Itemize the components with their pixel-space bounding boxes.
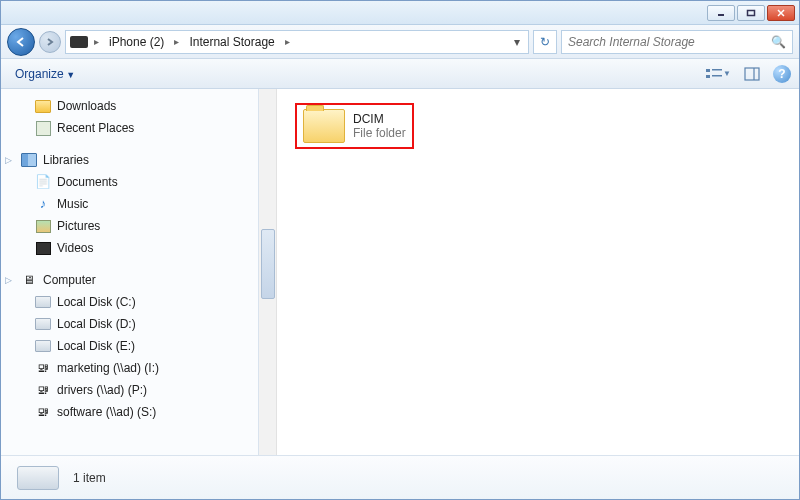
- sidebar-item-network-drive[interactable]: marketing (\\ad) (I:): [1, 357, 258, 379]
- drive-icon: [17, 466, 59, 490]
- folder-name: DCIM: [353, 112, 406, 126]
- sidebar-item-downloads[interactable]: Downloads: [1, 95, 258, 117]
- breadcrumb[interactable]: ▸ iPhone (2) ▸ Internal Storage ▸ ▾: [65, 30, 529, 54]
- refresh-button[interactable]: ↻: [533, 30, 557, 54]
- computer-icon: [21, 272, 37, 288]
- scrollbar-track[interactable]: [259, 89, 277, 455]
- maximize-button[interactable]: [737, 5, 765, 21]
- toolbar: Organize ▼ ?: [1, 59, 799, 89]
- close-icon: [776, 9, 786, 17]
- svg-rect-7: [712, 75, 722, 77]
- sidebar-item-label: marketing (\\ad) (I:): [57, 359, 159, 377]
- sidebar-item-recent-places[interactable]: Recent Places: [1, 117, 258, 139]
- libraries-icon: [21, 152, 37, 168]
- view-options-button[interactable]: ▼: [705, 64, 731, 84]
- svg-rect-6: [706, 75, 710, 78]
- organize-menu[interactable]: Organize: [9, 64, 81, 84]
- sidebar-group-libraries[interactable]: ▷ Libraries: [1, 149, 258, 171]
- sidebar-item-label: drivers (\\ad) (P:): [57, 381, 147, 399]
- device-icon: [70, 36, 88, 48]
- sidebar-group-label: Libraries: [43, 151, 89, 169]
- navbar: ▸ iPhone (2) ▸ Internal Storage ▸ ▾ ↻ 🔍: [1, 25, 799, 59]
- view-icon: [705, 67, 723, 81]
- back-arrow-icon: [14, 35, 28, 49]
- sidebar-item-local-disk-e[interactable]: Local Disk (E:): [1, 335, 258, 357]
- network-drive-icon: [35, 404, 51, 420]
- scrollbar-thumb[interactable]: [261, 229, 275, 299]
- back-button[interactable]: [7, 28, 35, 56]
- disk-icon: [35, 294, 51, 310]
- sidebar-item-documents[interactable]: Documents: [1, 171, 258, 193]
- forward-button[interactable]: [39, 31, 61, 53]
- videos-icon: [35, 240, 51, 256]
- sidebar-group-label: Computer: [43, 271, 96, 289]
- minimize-icon: [716, 9, 726, 17]
- maximize-icon: [746, 9, 756, 17]
- sidebar-item-local-disk-c[interactable]: Local Disk (C:): [1, 291, 258, 313]
- body: Downloads Recent Places ▷ Libraries Docu…: [1, 89, 799, 455]
- titlebar: [1, 1, 799, 25]
- network-drive-icon: [35, 382, 51, 398]
- breadcrumb-segment[interactable]: iPhone (2): [103, 35, 170, 49]
- sidebar-item-music[interactable]: Music: [1, 193, 258, 215]
- sidebar-item-network-drive[interactable]: software (\\ad) (S:): [1, 401, 258, 423]
- expand-icon[interactable]: ▷: [5, 271, 15, 289]
- recent-places-icon: [35, 120, 51, 136]
- explorer-window: ▸ iPhone (2) ▸ Internal Storage ▸ ▾ ↻ 🔍 …: [0, 0, 800, 500]
- sidebar-item-label: Videos: [57, 239, 93, 257]
- sidebar-item-label: software (\\ad) (S:): [57, 403, 156, 421]
- breadcrumb-dropdown[interactable]: ▾: [510, 35, 524, 49]
- sidebar-item-label: Local Disk (D:): [57, 315, 136, 333]
- pictures-icon: [35, 218, 51, 234]
- folder-icon: [303, 109, 345, 143]
- content-pane[interactable]: DCIM File folder: [259, 89, 799, 455]
- toolbar-right: ▼ ?: [705, 64, 791, 84]
- close-button[interactable]: [767, 5, 795, 21]
- folder-type: File folder: [353, 126, 406, 140]
- sidebar-item-label: Downloads: [57, 97, 116, 115]
- folder-item-dcim[interactable]: DCIM File folder: [295, 103, 414, 149]
- sidebar-item-label: Recent Places: [57, 119, 134, 137]
- chevron-right-icon: ▸: [174, 36, 179, 47]
- preview-pane-icon: [744, 67, 760, 81]
- chevron-right-icon: ▸: [285, 36, 290, 47]
- sidebar-item-label: Local Disk (C:): [57, 293, 136, 311]
- sidebar-item-network-drive[interactable]: drivers (\\ad) (P:): [1, 379, 258, 401]
- help-icon: ?: [778, 67, 785, 81]
- svg-rect-5: [712, 69, 722, 71]
- svg-rect-1: [748, 10, 755, 15]
- navigation-pane[interactable]: Downloads Recent Places ▷ Libraries Docu…: [1, 89, 259, 455]
- sidebar-item-videos[interactable]: Videos: [1, 237, 258, 259]
- search-input[interactable]: [568, 35, 771, 49]
- sidebar-item-label: Local Disk (E:): [57, 337, 135, 355]
- document-icon: [35, 174, 51, 190]
- sidebar-group-computer[interactable]: ▷ Computer: [1, 269, 258, 291]
- expand-icon[interactable]: ▷: [5, 151, 15, 169]
- search-icon: 🔍: [771, 35, 786, 49]
- forward-arrow-icon: [45, 37, 55, 47]
- help-button[interactable]: ?: [773, 65, 791, 83]
- sidebar-item-label: Music: [57, 195, 88, 213]
- search-box[interactable]: 🔍: [561, 30, 793, 54]
- svg-rect-4: [706, 69, 710, 72]
- disk-icon: [35, 338, 51, 354]
- status-item-count: 1 item: [73, 471, 106, 485]
- disk-icon: [35, 316, 51, 332]
- music-icon: [35, 196, 51, 212]
- breadcrumb-segment[interactable]: Internal Storage: [183, 35, 280, 49]
- preview-pane-button[interactable]: [739, 64, 765, 84]
- folder-icon: [35, 98, 51, 114]
- sidebar-item-pictures[interactable]: Pictures: [1, 215, 258, 237]
- sidebar-item-local-disk-d[interactable]: Local Disk (D:): [1, 313, 258, 335]
- sidebar-item-label: Pictures: [57, 217, 100, 235]
- minimize-button[interactable]: [707, 5, 735, 21]
- svg-rect-8: [745, 68, 759, 80]
- refresh-icon: ↻: [540, 35, 550, 49]
- sidebar-item-label: Documents: [57, 173, 118, 191]
- chevron-right-icon: ▸: [94, 36, 99, 47]
- network-drive-icon: [35, 360, 51, 376]
- status-bar: 1 item: [1, 455, 799, 499]
